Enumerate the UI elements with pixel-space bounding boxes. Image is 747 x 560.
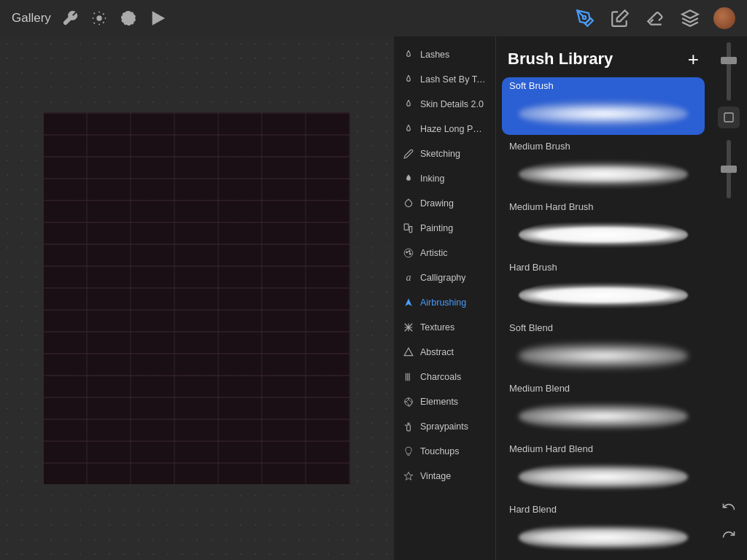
redo-button[interactable] — [718, 524, 740, 545]
category-list: LashesLash Set By TaozipieSkin Details 2… — [394, 36, 496, 560]
lash-set-icon — [403, 74, 414, 85]
wrench-icon[interactable] — [60, 8, 80, 28]
brush-item-medium-brush[interactable]: Medium Brush — [502, 138, 705, 195]
category-label-vintage: Vintage — [420, 471, 451, 481]
sketching-icon — [403, 148, 414, 160]
transform-icon[interactable] — [147, 8, 168, 28]
brush-item-soft-brush[interactable]: Soft Brush — [502, 77, 705, 135]
calligraphy-icon: a — [403, 272, 414, 284]
airbrushing-icon — [403, 297, 414, 308]
brush-item-medium-hard-brush[interactable]: Medium Hard Brush — [502, 198, 705, 256]
textures-icon — [403, 322, 414, 333]
category-label-airbrushing: Airbrushing — [420, 298, 466, 308]
smudge-tool-icon[interactable] — [608, 7, 632, 30]
drawing-icon — [403, 198, 414, 209]
vintage-icon — [403, 470, 414, 482]
svg-rect-4 — [724, 113, 733, 122]
brush-stroke-soft-blend — [502, 335, 705, 377]
sidebar-item-drawing[interactable]: Drawing — [394, 191, 495, 216]
brush-name-hard-brush: Hard Brush — [502, 259, 705, 274]
sidebar-item-skin-details[interactable]: Skin Details 2.0 — [394, 92, 495, 117]
pen-tool-icon[interactable] — [573, 7, 597, 30]
layers-icon[interactable] — [678, 7, 702, 30]
brush-item-soft-blend[interactable]: Soft Blend — [502, 319, 705, 377]
brush-stroke-soft-brush — [502, 93, 705, 135]
toolbar-right — [573, 7, 735, 30]
category-label-spraypaints: Spraypaints — [420, 421, 468, 432]
sidebar-item-haze[interactable]: Haze Long Portrait Br… — [394, 117, 495, 141]
category-label-charcoals: Charcoals — [420, 372, 461, 382]
sidebar-item-elements[interactable]: Elements — [394, 389, 495, 414]
inking-icon — [403, 173, 414, 184]
selection-icon[interactable] — [118, 8, 139, 28]
sidebar-item-lashes[interactable]: Lashes — [394, 42, 495, 67]
brush-stroke-medium-brush — [502, 153, 705, 195]
category-label-abstract: Abstract — [420, 347, 454, 357]
sidebar-item-spraypaints[interactable]: Spraypaints — [394, 414, 495, 439]
svg-marker-10 — [405, 298, 411, 306]
category-label-textures: Textures — [420, 322, 454, 332]
brush-item-medium-hard-blend[interactable]: Medium Hard Blend — [502, 440, 705, 498]
abstract-icon — [403, 346, 414, 358]
brush-name-soft-blend: Soft Blend — [502, 319, 705, 335]
brick-canvas[interactable] — [44, 112, 350, 484]
haze-icon — [403, 123, 414, 135]
adjust-icon[interactable] — [89, 8, 109, 28]
svg-point-0 — [97, 16, 101, 20]
sidebar-item-lash-set[interactable]: Lash Set By Taozipie — [394, 67, 495, 92]
brush-content[interactable]: Soft BrushMedium BrushMedium Hard BrushH… — [496, 77, 711, 560]
svg-point-6 — [404, 249, 413, 257]
sidebar-item-vintage[interactable]: Vintage — [394, 464, 495, 489]
sidebar-item-inking[interactable]: Inking — [394, 166, 495, 191]
category-label-touchups: Touchups — [420, 446, 460, 456]
svg-point-7 — [406, 252, 408, 253]
svg-point-9 — [409, 253, 411, 254]
sidebar-item-touchups[interactable]: Touchups — [394, 439, 495, 464]
brush-stroke-medium-hard-brush — [502, 214, 705, 256]
brush-library-title: Brush Library — [508, 50, 613, 69]
sidebar-item-sketching[interactable]: Sketching — [394, 141, 495, 166]
sidebar-item-calligraphy[interactable]: aCalligraphy — [394, 265, 495, 290]
avatar[interactable] — [713, 7, 735, 29]
brush-size-slider[interactable] — [727, 42, 731, 101]
brush-item-hard-brush[interactable]: Hard Brush — [502, 259, 705, 316]
category-label-lashes: Lashes — [420, 50, 449, 60]
brush-name-hard-blend: Hard Blend — [502, 501, 705, 516]
artistic-icon — [403, 247, 414, 259]
brush-item-medium-blend[interactable]: Medium Blend — [502, 380, 705, 438]
category-label-artistic: Artistic — [420, 248, 448, 258]
canvas-area — [0, 36, 394, 560]
undo-button[interactable] — [718, 496, 740, 518]
gallery-button[interactable]: Gallery — [12, 11, 51, 26]
svg-rect-5 — [404, 224, 409, 230]
brush-header: Brush Library + — [496, 36, 711, 77]
brush-name-medium-blend: Medium Blend — [502, 380, 705, 395]
sidebar-item-artistic[interactable]: Artistic — [394, 241, 495, 265]
brush-item-hard-blend[interactable]: Hard Blend — [502, 501, 705, 559]
category-label-inking: Inking — [420, 174, 444, 184]
category-label-haze: Haze Long Portrait Br… — [420, 124, 487, 134]
svg-marker-11 — [404, 348, 413, 356]
category-label-painting: Painting — [420, 223, 453, 233]
brush-opacity-thumb — [721, 166, 737, 173]
brush-stroke-hard-blend — [502, 516, 705, 559]
toolbar: Gallery — [0, 0, 747, 36]
painting-icon — [403, 222, 414, 234]
add-brush-button[interactable]: + — [688, 50, 699, 69]
toolbar-left: Gallery — [12, 8, 168, 28]
sidebar-item-abstract[interactable]: Abstract — [394, 340, 495, 365]
svg-marker-2 — [617, 10, 628, 21]
touchups-icon — [403, 446, 414, 457]
square-button[interactable] — [718, 106, 740, 128]
category-label-skin-details: Skin Details 2.0 — [420, 99, 484, 109]
sidebar-item-painting[interactable]: Painting — [394, 216, 495, 241]
svg-rect-16 — [407, 425, 411, 431]
brush-opacity-slider[interactable] — [727, 140, 731, 198]
lashes-icon — [403, 49, 414, 61]
sidebar-item-textures[interactable]: Textures — [394, 315, 495, 340]
svg-marker-3 — [682, 10, 698, 18]
sidebar-item-airbrushing[interactable]: Airbrushing — [394, 290, 495, 315]
erase-tool-icon[interactable] — [643, 7, 667, 30]
brush-stroke-hard-brush — [502, 274, 705, 316]
sidebar-item-charcoals[interactable]: Charcoals — [394, 365, 495, 389]
